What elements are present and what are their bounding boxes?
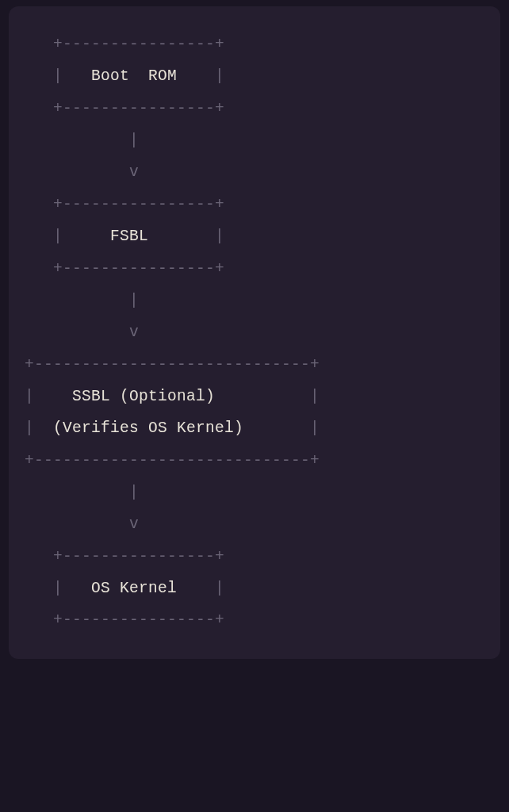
box-side: | bbox=[148, 228, 224, 245]
box-border: +----------------+ bbox=[25, 100, 224, 117]
arrow-stem: | bbox=[25, 132, 139, 149]
arrow-stem: | bbox=[25, 484, 139, 501]
arrow-stem: | bbox=[25, 292, 139, 309]
box-side: | bbox=[25, 67, 91, 85]
box-side: | bbox=[177, 67, 224, 85]
box-border: +----------------+ bbox=[25, 196, 224, 213]
box-label-fsbl: FSBL bbox=[110, 228, 148, 245]
box-border: +----------------+ bbox=[25, 548, 224, 565]
box-side: | bbox=[25, 228, 110, 245]
box-label-os-kernel: OS Kernel bbox=[91, 580, 177, 597]
box-side: | bbox=[25, 419, 53, 437]
box-border: +----------------+ bbox=[25, 260, 224, 278]
box-side: | bbox=[25, 388, 72, 405]
box-label-ssbl: SSBL (Optional) bbox=[72, 388, 215, 405]
box-side: | bbox=[25, 580, 91, 597]
box-border: +-----------------------------+ bbox=[25, 356, 320, 373]
arrow-head: v bbox=[25, 515, 139, 533]
box-side: | bbox=[215, 388, 320, 405]
box-side: | bbox=[177, 580, 224, 597]
box-border: +----------------+ bbox=[25, 36, 224, 53]
ascii-diagram: +----------------+ | Boot ROM | +-------… bbox=[25, 29, 484, 637]
arrow-head: v bbox=[25, 324, 139, 341]
arrow-head: v bbox=[25, 163, 139, 181]
box-border: +-----------------------------+ bbox=[25, 452, 320, 469]
box-label-verifies: (Verifies OS Kernel) bbox=[53, 419, 243, 437]
ascii-diagram-block: +----------------+ | Boot ROM | +-------… bbox=[9, 6, 500, 659]
box-side: | bbox=[243, 419, 320, 437]
box-label-boot-rom: Boot ROM bbox=[91, 67, 177, 85]
box-border: +----------------+ bbox=[25, 611, 224, 629]
